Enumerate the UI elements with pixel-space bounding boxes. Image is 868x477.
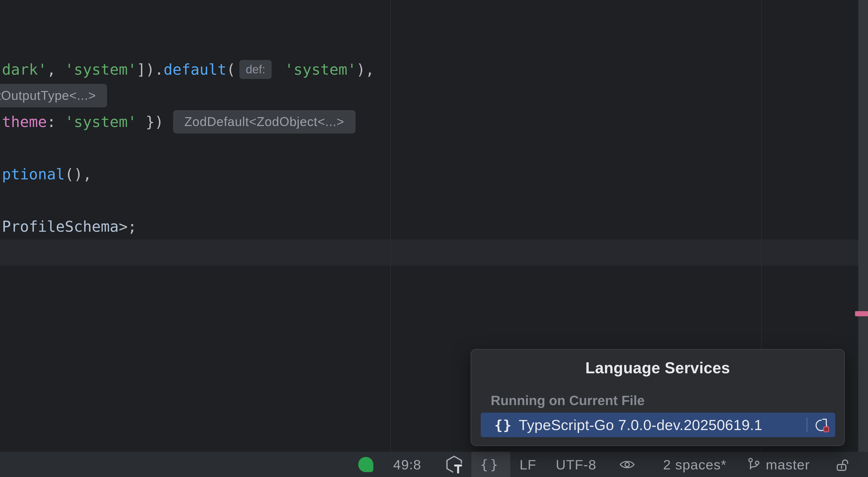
caret-position-widget[interactable]: 49:8 <box>393 456 421 472</box>
code-area[interactable]: dark', 'system']).default(def: 'system')… <box>2 56 868 266</box>
language-services-popup: Language Services Running on Current Fil… <box>471 349 845 446</box>
restart-service-button[interactable] <box>814 417 829 433</box>
code-line[interactable] <box>2 135 868 161</box>
popup-title: Language Services <box>471 359 844 377</box>
hexagon-t-icon <box>445 455 463 474</box>
code-token: >; <box>119 213 136 239</box>
restart-icon <box>814 417 829 433</box>
inspections-status-dot[interactable] <box>358 457 373 472</box>
inlay-hint-chip[interactable]: ctOutputType<...> <box>0 84 107 108</box>
code-token: }) <box>137 109 163 135</box>
git-branch-widget[interactable]: master <box>747 456 810 472</box>
stop-badge-icon <box>824 427 829 432</box>
code-token: ptional <box>2 161 65 187</box>
error-stripe-scrollbar[interactable] <box>858 0 868 452</box>
code-line[interactable] <box>2 187 868 213</box>
code-line[interactable] <box>2 239 868 266</box>
typescript-service-icon[interactable] <box>445 455 463 474</box>
code-token: 'system' <box>65 56 137 83</box>
code-token: theme <box>2 109 47 135</box>
status-bar: 49:8 {} LF UTF-8 2 spaces* master <box>0 452 868 477</box>
inlay-hint-chip[interactable]: def: <box>239 60 272 79</box>
braces-icon: {} <box>494 417 512 433</box>
code-token: ( <box>226 56 236 83</box>
code-token: (), <box>65 161 92 187</box>
line-separator-widget[interactable]: LF <box>520 456 536 472</box>
code-token: ), <box>356 56 374 83</box>
braces-widget[interactable]: {} <box>480 457 500 472</box>
indent-widget[interactable]: 2 spaces* <box>663 456 726 472</box>
encoding-widget[interactable]: UTF-8 <box>556 456 596 472</box>
code-token: dark' <box>2 56 47 83</box>
git-branch-icon <box>747 457 761 472</box>
code-token: : <box>47 109 65 135</box>
code-line[interactable]: theme: 'system' })ZodDefault<ZodObject<.… <box>2 109 868 135</box>
ide-window: { "colors": { "editor_bg": "#1E2023", "s… <box>0 0 868 477</box>
eye-icon <box>619 459 635 470</box>
divider <box>807 418 807 432</box>
code-line[interactable]: dark', 'system']).default(def: 'system')… <box>2 56 868 83</box>
language-service-row[interactable]: {} TypeScript-Go 7.0.0-dev.20250619.1 <box>481 413 835 437</box>
inlay-hint-chip[interactable]: ZodDefault<ZodObject<...> <box>173 110 355 133</box>
code-token: , <box>47 56 65 83</box>
unlock-icon <box>836 457 849 472</box>
code-token: default <box>163 56 226 83</box>
git-branch-name: master <box>766 456 810 472</box>
code-token: 'system' <box>65 109 137 135</box>
reader-mode-widget[interactable] <box>619 459 635 470</box>
code-line[interactable]: ctOutputType<...> <box>2 83 868 109</box>
code-token: ]). <box>137 56 163 83</box>
code-token: 'system' <box>285 56 356 83</box>
service-name: TypeScript-Go 7.0.0-dev.20250619.1 <box>519 417 763 434</box>
code-token: ProfileSchema <box>2 213 119 239</box>
unlock-widget[interactable] <box>836 457 849 472</box>
code-line[interactable]: ptional(), <box>2 161 868 187</box>
code-line[interactable]: ProfileSchema>; <box>2 213 868 239</box>
error-stripe-mark[interactable] <box>855 311 868 316</box>
code-token <box>276 56 285 83</box>
popup-section-label: Running on Current File <box>491 393 645 408</box>
